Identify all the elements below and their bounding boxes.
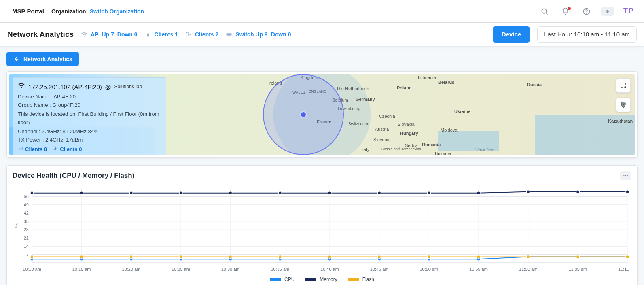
time-range-selector[interactable]: Last Hour: 10:10 am - 11:10 am: [537, 26, 637, 43]
svg-text:11:05 am: 11:05 am: [568, 267, 587, 272]
svg-text:49: 49: [24, 202, 29, 207]
svg-point-103: [229, 255, 232, 258]
svg-text:10:50 am: 10:50 am: [419, 267, 438, 272]
device-txpower-row: TX Power : 2.4GHz: 17dBm: [18, 136, 160, 144]
switch-status[interactable]: Switch Up 9 Down 0: [226, 31, 291, 38]
chart-title: Device Health (CPU / Memory / Flash): [13, 172, 134, 180]
page-title: Network Analytics: [7, 30, 74, 39]
device-button[interactable]: Device: [493, 26, 530, 43]
clients-2-status[interactable]: Clients 2: [185, 31, 218, 38]
switch-up: Switch Up 9: [235, 31, 267, 38]
svg-text:10:55 am: 10:55 am: [469, 267, 488, 272]
map[interactable]: Ireland Kingdom WALES ENGLAND The Nether…: [9, 74, 635, 155]
arrow-left-icon: [13, 56, 19, 62]
map-label: Kazakhstan: [608, 119, 633, 123]
svg-text:21: 21: [24, 236, 29, 240]
svg-text:%: %: [14, 223, 19, 228]
notifications-icon[interactable]: [559, 4, 572, 18]
time-range-label: Last Hour: 10:10 am - 11:10 am: [544, 31, 630, 38]
svg-text:56: 56: [24, 194, 29, 199]
map-label: Belarus: [438, 80, 454, 85]
device-at: @: [105, 82, 111, 92]
svg-point-3: [586, 13, 587, 13]
device-location-row: This device is located on: First Buildin…: [18, 110, 160, 127]
svg-point-28: [627, 175, 628, 176]
user-avatar-initials[interactable]: TP: [622, 7, 636, 15]
svg-point-110: [576, 255, 579, 258]
svg-point-106: [378, 255, 381, 258]
svg-point-99: [30, 255, 34, 258]
svg-rect-5: [147, 34, 148, 36]
back-network-analytics-button[interactable]: Network Analytics: [6, 52, 79, 66]
svg-text:7: 7: [26, 252, 29, 257]
svg-rect-12: [227, 34, 228, 34]
clients-2-label: Clients 2: [195, 31, 218, 38]
topology-icon: [185, 31, 192, 38]
legend-cpu[interactable]: CPU: [270, 276, 294, 282]
map-label: Black Sea: [475, 147, 495, 152]
svg-text:10:10 am: 10:10 am: [23, 267, 41, 272]
svg-point-111: [626, 255, 629, 258]
panel-more-button[interactable]: [620, 171, 631, 180]
map-label: Switzerland: [348, 122, 369, 126]
chart-area: 714212835424956%10:10 am10:15 am10:20 am…: [13, 185, 631, 274]
organization-label: Organization:: [51, 8, 88, 15]
map-label: Romania: [422, 142, 441, 147]
svg-point-98: [626, 190, 629, 194]
svg-rect-11: [227, 33, 232, 35]
device-name-row: Device Name : AP-4F:20: [18, 92, 160, 101]
svg-point-86: [30, 191, 34, 195]
map-label: Germany: [356, 97, 375, 102]
svg-rect-15: [231, 34, 231, 34]
device-clients-a[interactable]: Clients 0: [18, 145, 47, 153]
svg-text:14: 14: [24, 244, 29, 249]
switch-organization-link[interactable]: Switch Organization: [90, 8, 144, 15]
svg-point-89: [179, 191, 182, 195]
legend-flash[interactable]: Flash: [348, 276, 374, 282]
map-label: Lithuania: [418, 75, 436, 80]
svg-rect-13: [228, 34, 229, 34]
device-channel-row: Channel : 2.4GHz: #1 20MHz 84%: [18, 127, 160, 136]
legend-memory[interactable]: Memory: [305, 276, 337, 282]
help-icon[interactable]: [580, 4, 593, 18]
video-icon[interactable]: [601, 4, 614, 18]
svg-point-9: [186, 35, 188, 36]
clients-1-status[interactable]: Clients 1: [145, 31, 178, 38]
svg-point-10: [190, 34, 191, 35]
svg-text:42: 42: [24, 211, 29, 215]
ap-label: AP: [91, 31, 98, 38]
svg-point-95: [477, 191, 480, 195]
chart-legend: CPU Memory Flash: [13, 276, 631, 282]
svg-line-1: [546, 13, 548, 14]
map-location-button[interactable]: [616, 98, 631, 112]
svg-text:10:35 am: 10:35 am: [271, 267, 289, 272]
svg-point-92: [328, 191, 331, 195]
svg-point-22: [54, 149, 55, 150]
svg-rect-17: [19, 149, 19, 151]
map-label: Russia: [527, 82, 542, 87]
device-clients-b[interactable]: Clients 0: [53, 145, 82, 153]
search-icon[interactable]: [538, 4, 551, 18]
map-device-marker[interactable]: [300, 111, 307, 118]
map-fullscreen-button[interactable]: [616, 78, 631, 93]
svg-rect-20: [22, 147, 23, 150]
svg-text:10:20 am: 10:20 am: [122, 267, 140, 272]
map-panel: Ireland Kingdom WALES ENGLAND The Nether…: [6, 71, 638, 158]
svg-text:11:10 am: 11:10 am: [618, 267, 631, 272]
svg-text:11:00 am: 11:00 am: [519, 267, 538, 272]
ap-up: Up 7: [102, 31, 114, 38]
map-label: Slovenia: [373, 137, 390, 142]
map-label: Moldova: [441, 128, 458, 132]
svg-point-21: [54, 147, 55, 147]
top-bar: MSP Portal Organization: Switch Organiza…: [0, 0, 644, 23]
line-chart: 714212835424956%10:10 am10:15 am10:20 am…: [13, 185, 631, 274]
svg-point-108: [477, 255, 480, 258]
portal-name: MSP Portal: [12, 8, 44, 15]
svg-rect-19: [21, 147, 22, 150]
svg-point-8: [186, 32, 188, 33]
notification-dot-icon: [568, 7, 571, 10]
ap-down: Down 0: [117, 31, 138, 38]
map-label: Czechia: [379, 114, 395, 119]
ap-status[interactable]: AP Up 7 Down 0: [81, 31, 138, 38]
signal-bars-icon: [18, 145, 23, 153]
